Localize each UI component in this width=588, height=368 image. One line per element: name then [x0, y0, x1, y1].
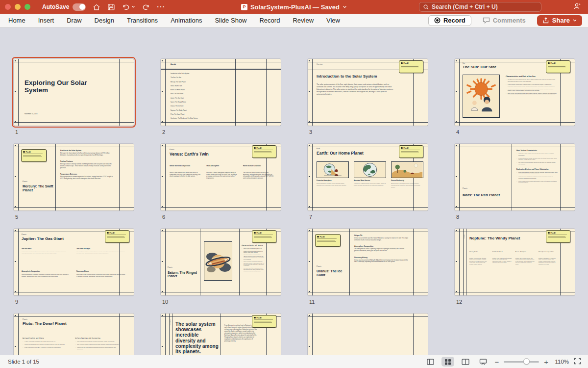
- slide-heading: Agenda: [171, 64, 176, 66]
- bullet-item: Saturn is the second largest planet in t…: [242, 248, 264, 253]
- minimize-button[interactable]: [15, 4, 21, 10]
- ribbon-tab-design[interactable]: Design: [88, 14, 121, 27]
- saturn-illustration: [204, 242, 232, 280]
- card-body: Earth is home to millions of species, cr…: [391, 183, 423, 188]
- slide-7-preview: Plus AIEarthEarth: Our Home PlanetProtec…: [308, 144, 428, 210]
- autosave-label: AutoSave: [42, 3, 69, 10]
- ribbon-tab-transitions[interactable]: Transitions: [121, 14, 164, 27]
- more-icon[interactable]: ···: [157, 3, 165, 11]
- statusbar: Slide 1 of 15 − + 110%: [0, 355, 588, 368]
- zoom-slider[interactable]: [504, 361, 539, 363]
- agenda-item: Venus: Earth's Twin: [171, 85, 229, 87]
- zoom-button[interactable]: [24, 4, 30, 10]
- slide-kicker: Earth: [317, 148, 320, 150]
- share-button[interactable]: Share: [537, 15, 582, 26]
- slide-thumbnail-5[interactable]: Plus AIPlanetsMercury: The Swift PlanetP…: [14, 144, 134, 220]
- title-chevron-icon[interactable]: [343, 5, 347, 8]
- slide-thumbnail-13[interactable]: PlanetsPluto: The Dwarf PlanetReclassifi…: [14, 314, 134, 355]
- slide-number: 12: [455, 299, 575, 305]
- window-controls: [5, 4, 30, 10]
- ribbon-tab-record[interactable]: Record: [253, 14, 286, 27]
- slide-kicker: Sun: [463, 63, 465, 64]
- plusai-note: Plus AI: [399, 145, 423, 158]
- search-input[interactable]: Search (Cmd + Ctrl + U): [419, 2, 541, 12]
- close-button[interactable]: [5, 4, 11, 10]
- slide-thumbnail-8[interactable]: PlanetsMars: The Red PlanetMars' Surface…: [455, 144, 575, 220]
- slideshow-view-button[interactable]: [477, 357, 490, 367]
- comments-button[interactable]: Comments: [477, 15, 531, 26]
- agenda-item: Introduction to the Solar System: [171, 73, 229, 75]
- slide-number: 5: [14, 214, 134, 220]
- bullet-item: Pluto is part of the Kuiper Belt, a regi…: [23, 347, 68, 348]
- slide-thumbnail-3[interactable]: OverviewPlus AIIntroduction to the Solar…: [308, 59, 428, 135]
- zoom-out-button[interactable]: −: [494, 358, 499, 366]
- column-heading: Moons of Neptune: [515, 251, 535, 255]
- slide-5-preview: Plus AIPlanetsMercury: The Swift PlanetP…: [14, 144, 134, 210]
- save-icon[interactable]: [107, 3, 115, 11]
- column-body: The surface of Venus features volcanic p…: [243, 172, 274, 180]
- column-heading: Thick Atmosphere: [206, 165, 238, 170]
- account-icon[interactable]: [573, 2, 581, 12]
- bullet-item: The rings extend up to 175,000 miles (28…: [242, 254, 264, 260]
- ribbon-tab-draw[interactable]: Draw: [60, 14, 88, 27]
- record-button[interactable]: Record: [428, 15, 471, 26]
- slide-subhead: Characteristics of Saturn: [242, 244, 264, 246]
- slide-kicker: Planets: [22, 234, 26, 236]
- section-body: Uranus has an extreme axial tilt of abou…: [354, 237, 409, 241]
- slide-thumbnail-12[interactable]: PlanetsPlus AINeptune: The Windy PlanetS…: [455, 229, 575, 305]
- section-heading: Position in the Solar System: [60, 150, 115, 152]
- slide-8-preview: PlanetsMars: The Red PlanetMars' Surface…: [455, 144, 575, 210]
- plusai-logo-icon: [23, 151, 25, 153]
- normal-view-button[interactable]: [424, 357, 437, 367]
- slide-number: 1: [14, 129, 134, 135]
- zoom-slider-knob[interactable]: [523, 358, 530, 365]
- reading-view-button[interactable]: [459, 357, 472, 367]
- home-icon[interactable]: [93, 3, 100, 11]
- ribbon-tab-home[interactable]: Home: [2, 14, 32, 27]
- autosave-toggle[interactable]: [73, 3, 86, 11]
- slide-title: The Sun: Our Star: [463, 65, 536, 70]
- bullet-item: Prominent features include Olympus Mons,…: [516, 158, 558, 160]
- slide-thumbnail-2[interactable]: AgendaIntroduction to the Solar SystemTh…: [161, 59, 281, 135]
- card-caption: Protective AtmosphereEarth's atmosphere …: [317, 180, 349, 186]
- bullet-item: New Horizons mission in 2015 provided hi…: [75, 344, 120, 345]
- ribbon: HomeInsertDrawDesignTransitionsAnimation…: [0, 14, 588, 27]
- slide-thumbnail-6[interactable]: Plus AIPlanetsVenus: Earth's TwinSimilar…: [161, 144, 281, 220]
- redo-icon[interactable]: [142, 3, 150, 11]
- slide-3-preview: OverviewPlus AIIntroduction to the Solar…: [308, 59, 428, 126]
- column: Similar Size and CompositionVenus is oft…: [170, 165, 201, 178]
- ribbon-tab-view[interactable]: View: [320, 14, 346, 27]
- bullet-item: Criteria for planethood were updated, ex…: [23, 344, 68, 345]
- ribbon-tab-animations[interactable]: Animations: [164, 14, 208, 27]
- ribbon-tabs: HomeInsertDrawDesignTransitionsAnimation…: [2, 14, 346, 27]
- column-body: Venus has a dense atmosphere composed ma…: [206, 172, 238, 180]
- slide-sorter-view-button[interactable]: [441, 357, 454, 367]
- plusai-label: Plus AI: [257, 232, 262, 234]
- slide-thumbnail-7[interactable]: Plus AIEarthEarth: Our Home PlanetProtec…: [308, 144, 428, 220]
- slide-thumbnail-14[interactable]: ConclusionPlus AIThe solar system showca…: [161, 314, 281, 355]
- ribbon-tab-insert[interactable]: Insert: [32, 14, 61, 27]
- agenda-item: Earth: Our Home Planet: [171, 89, 229, 91]
- slide-thumbnail-1[interactable]: Exploring Our Solar SystemNovember 15, 2…: [14, 59, 134, 135]
- slide-1-preview: Exploring Our Solar SystemNovember 15, 2…: [14, 59, 134, 126]
- undo-icon[interactable]: [122, 3, 130, 11]
- plusai-note: Plus AI: [399, 60, 423, 73]
- section-heading: Surface Features: [60, 160, 115, 162]
- slide-thumbnail-15[interactable]: Thank you15: [308, 314, 428, 355]
- ribbon-tab-slide-show[interactable]: Slide Show: [208, 14, 253, 27]
- slide-13-preview: PlanetsPluto: The Dwarf PlanetReclassifi…: [14, 314, 134, 355]
- zoom-in-button[interactable]: +: [544, 358, 548, 366]
- fit-to-window-icon[interactable]: [574, 358, 581, 366]
- section-body: Uranus was discovered in 1781 by Sir Wil…: [354, 260, 409, 263]
- cell-heading: Size and Mass: [22, 248, 71, 250]
- slide-thumbnail-4[interactable]: SunPlus AIThe Sun: Our Star Characterist…: [455, 59, 575, 135]
- slide-thumbnail-9[interactable]: Plus AIPlanetsJupiter: The Gas GiantSize…: [14, 229, 134, 305]
- plusai-label: Plus AI: [110, 232, 115, 234]
- slide-thumbnail-10[interactable]: Plus AIPlanetsSaturn: The Ringed Planet …: [161, 229, 281, 305]
- slide-thumbnail-11[interactable]: Plus AIPlanetsUranus: The Ice GiantUniqu…: [308, 229, 428, 305]
- undo-chevron-icon[interactable]: [131, 5, 135, 8]
- landscape-illustration: [392, 162, 423, 178]
- ribbon-tab-review[interactable]: Review: [286, 14, 320, 27]
- bullet-item: The planet experiences dust storms and h…: [516, 162, 558, 165]
- card-body: Earth's atmosphere contains oxygen and o…: [317, 183, 349, 186]
